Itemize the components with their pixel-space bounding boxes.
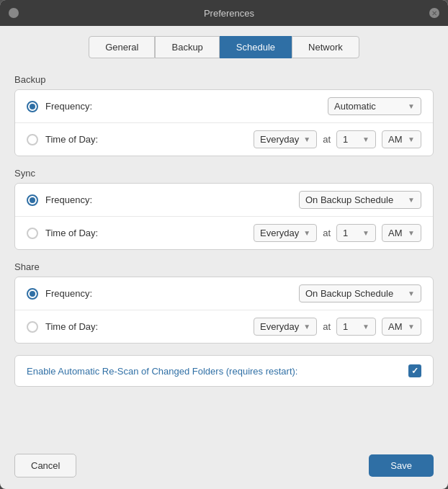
- backup-time-radio[interactable]: [27, 134, 38, 145]
- share-frequency-label: Frequency:: [45, 288, 92, 299]
- rescan-text: Enable Automatic Re-Scan of Changed Fold…: [27, 366, 408, 377]
- backup-frequency-label: Frequency:: [45, 101, 92, 112]
- sync-frequency-row: Frequency: On Backup Schedule ▼: [15, 184, 433, 216]
- sync-section-label: Sync: [14, 168, 434, 179]
- chevron-down-icon: ▼: [362, 323, 369, 331]
- backup-day-dropdown[interactable]: Everyday ▼: [254, 130, 317, 148]
- tabs-bar: General Backup Schedule Network: [0, 26, 448, 67]
- tab-general[interactable]: General: [89, 36, 155, 58]
- window-title: Preferences: [19, 8, 439, 19]
- content-area: Backup Frequency: Automatic ▼ Time of Da…: [0, 67, 448, 445]
- chevron-down-icon: ▼: [362, 229, 369, 237]
- share-time-radio[interactable]: [27, 321, 38, 333]
- backup-frequency-dropdown[interactable]: Automatic ▼: [328, 97, 421, 115]
- share-section-label: Share: [14, 261, 434, 272]
- sync-day-dropdown[interactable]: Everyday ▼: [254, 224, 317, 242]
- preferences-window: Preferences ✕ General Backup Schedule Ne…: [0, 0, 448, 489]
- chevron-down-icon: ▼: [408, 229, 415, 237]
- sync-frequency-label: Frequency:: [45, 194, 92, 205]
- sync-time-label: Time of Day:: [45, 228, 98, 238]
- share-section-box: Frequency: On Backup Schedule ▼ Time of …: [14, 277, 434, 344]
- sync-section: Sync Frequency: On Backup Schedule ▼ Tim…: [14, 168, 434, 250]
- cancel-button[interactable]: Cancel: [14, 454, 76, 477]
- chevron-down-icon: ▼: [408, 102, 415, 110]
- chevron-down-icon: ▼: [408, 323, 415, 331]
- backup-at-label: at: [323, 134, 331, 145]
- share-frequency-radio[interactable]: [27, 288, 38, 300]
- chevron-down-icon: ▼: [303, 229, 310, 237]
- share-at-label: at: [323, 321, 331, 332]
- share-hour-dropdown[interactable]: 1 ▼: [336, 318, 376, 336]
- share-time-row: Time of Day: Everyday ▼ at 1 ▼ AM ▼: [15, 310, 433, 343]
- sync-ampm-dropdown[interactable]: AM ▼: [382, 224, 421, 242]
- titlebar: Preferences ✕: [0, 0, 448, 26]
- tab-schedule[interactable]: Schedule: [220, 36, 292, 58]
- save-button[interactable]: Save: [369, 454, 434, 477]
- share-frequency-dropdown[interactable]: On Backup Schedule ▼: [299, 284, 421, 302]
- chevron-down-icon: ▼: [408, 290, 415, 297]
- backup-time-label: Time of Day:: [45, 134, 98, 145]
- sync-time-row: Time of Day: Everyday ▼ at 1 ▼ AM ▼: [15, 216, 433, 249]
- tab-network[interactable]: Network: [292, 36, 359, 58]
- sync-time-radio[interactable]: [27, 228, 38, 239]
- sync-at-label: at: [323, 228, 331, 238]
- sync-section-box: Frequency: On Backup Schedule ▼ Time of …: [14, 183, 434, 250]
- sync-frequency-dropdown[interactable]: On Backup Schedule ▼: [299, 191, 421, 209]
- chevron-down-icon: ▼: [303, 323, 310, 331]
- sync-frequency-radio[interactable]: [27, 194, 38, 206]
- share-day-dropdown[interactable]: Everyday ▼: [254, 318, 317, 336]
- backup-frequency-row: Frequency: Automatic ▼: [15, 90, 433, 122]
- chevron-down-icon: ▼: [303, 135, 310, 143]
- backup-time-row: Time of Day: Everyday ▼ at 1 ▼ AM ▼: [15, 122, 433, 156]
- chevron-down-icon: ▼: [408, 135, 415, 143]
- backup-section: Backup Frequency: Automatic ▼ Time of Da…: [14, 74, 434, 156]
- backup-hour-dropdown[interactable]: 1 ▼: [336, 130, 376, 148]
- share-ampm-dropdown[interactable]: AM ▼: [382, 318, 421, 336]
- chevron-down-icon: ▼: [362, 135, 369, 143]
- backup-frequency-radio[interactable]: [27, 101, 38, 112]
- backup-section-box: Frequency: Automatic ▼ Time of Day: Ever…: [14, 89, 434, 156]
- footer: Cancel Save: [0, 445, 448, 489]
- chevron-down-icon: ▼: [408, 196, 415, 204]
- close-icon[interactable]: ✕: [429, 8, 439, 18]
- rescan-checkbox[interactable]: [408, 364, 421, 377]
- backup-section-label: Backup: [14, 74, 434, 85]
- rescan-section: Enable Automatic Re-Scan of Changed Fold…: [14, 355, 434, 387]
- tab-backup[interactable]: Backup: [155, 36, 219, 58]
- backup-ampm-dropdown[interactable]: AM ▼: [382, 130, 421, 148]
- share-frequency-row: Frequency: On Backup Schedule ▼: [15, 277, 433, 310]
- traffic-light-button[interactable]: [9, 8, 19, 18]
- sync-hour-dropdown[interactable]: 1 ▼: [336, 224, 376, 242]
- share-section: Share Frequency: On Backup Schedule ▼ Ti…: [14, 261, 434, 344]
- rescan-highlight: Folders: [192, 366, 223, 377]
- share-time-label: Time of Day:: [45, 321, 98, 332]
